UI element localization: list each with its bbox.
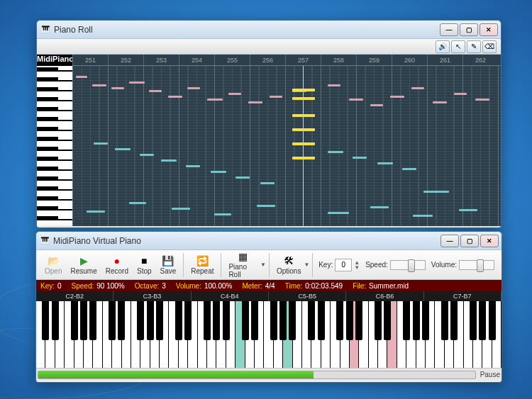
midi-note[interactable]: [168, 96, 182, 98]
black-key[interactable]: [80, 301, 87, 340]
midi-note[interactable]: [328, 212, 349, 214]
midi-note[interactable]: [186, 165, 200, 167]
black-key[interactable]: [213, 301, 220, 340]
midi-note[interactable]: [328, 151, 343, 153]
midi-note[interactable]: [129, 202, 146, 204]
black-key[interactable]: [479, 301, 486, 340]
eraser-tool-icon[interactable]: ⌫: [482, 40, 497, 53]
black-key[interactable]: [204, 301, 211, 340]
midi-note[interactable]: [76, 76, 87, 78]
midi-note[interactable]: [235, 176, 250, 179]
midi-note[interactable]: [129, 82, 145, 84]
midi-note[interactable]: [270, 96, 282, 98]
piano-roll-dropdown-icon[interactable]: ▼: [260, 262, 266, 268]
minimize-button[interactable]: —: [440, 23, 458, 36]
black-key[interactable]: [251, 301, 258, 340]
record-button[interactable]: ● Record: [101, 254, 133, 276]
pointer-tool-icon[interactable]: ↖: [451, 40, 465, 53]
midi-note[interactable]: [413, 215, 433, 217]
speed-slider[interactable]: [390, 260, 426, 270]
speaker-tool-icon[interactable]: 🔊: [436, 40, 450, 53]
midi-note[interactable]: [149, 90, 162, 92]
black-key[interactable]: [318, 301, 325, 340]
midi-note[interactable]: [260, 182, 275, 184]
midi-note[interactable]: [292, 89, 315, 91]
midi-note[interactable]: [94, 142, 108, 145]
midi-note[interactable]: [390, 96, 404, 98]
close-button[interactable]: ✕: [480, 23, 498, 36]
midi-note[interactable]: [257, 205, 275, 207]
midi-note[interactable]: [292, 157, 315, 159]
midi-note[interactable]: [411, 87, 424, 89]
midi-note[interactable]: [92, 84, 106, 86]
black-key[interactable]: [489, 301, 496, 340]
stop-button[interactable]: ■ Stop: [133, 254, 156, 276]
close-button[interactable]: ✕: [480, 235, 499, 247]
black-key[interactable]: [441, 301, 448, 340]
black-key[interactable]: [470, 301, 477, 340]
midi-note[interactable]: [459, 209, 477, 211]
midi-note[interactable]: [433, 101, 447, 103]
piano-roll-button[interactable]: ▦ Piano Roll: [224, 249, 262, 280]
maximize-button[interactable]: ▢: [460, 23, 478, 36]
black-key[interactable]: [336, 301, 343, 340]
midi-note[interactable]: [207, 99, 223, 101]
black-key[interactable]: [242, 301, 249, 340]
black-key[interactable]: [118, 301, 125, 340]
volume-slider[interactable]: [459, 260, 494, 270]
piano-roll-ruler[interactable]: 251252253254255256257258259260261262: [72, 55, 501, 66]
key-stepper-icon[interactable]: ▲▼: [354, 260, 360, 270]
black-key[interactable]: [156, 301, 163, 340]
black-key[interactable]: [223, 301, 230, 340]
black-key[interactable]: [403, 301, 410, 340]
midi-note[interactable]: [292, 97, 315, 100]
midi-note[interactable]: [292, 128, 315, 131]
save-button[interactable]: 💾 Save: [156, 254, 181, 276]
midi-note[interactable]: [140, 154, 154, 156]
resume-button[interactable]: ▶ Resume: [66, 254, 101, 276]
midi-note[interactable]: [292, 114, 315, 117]
midi-note[interactable]: [370, 206, 389, 208]
black-key[interactable]: [109, 301, 116, 340]
black-key[interactable]: [289, 301, 296, 340]
black-key[interactable]: [147, 301, 154, 340]
black-key[interactable]: [375, 301, 382, 340]
black-key[interactable]: [308, 301, 315, 340]
black-key[interactable]: [71, 301, 78, 340]
midi-note[interactable]: [423, 191, 449, 193]
black-key[interactable]: [42, 301, 49, 340]
midi-note[interactable]: [228, 93, 241, 95]
options-button[interactable]: 🛠 Options: [272, 254, 305, 276]
progress-track[interactable]: [38, 371, 476, 379]
black-key[interactable]: [346, 301, 353, 340]
piano-roll-titlebar[interactable]: 🎹 Piano Roll — ▢ ✕: [37, 21, 501, 39]
pencil-tool-icon[interactable]: ✎: [467, 40, 481, 53]
virtual-piano-titlebar[interactable]: 🎹 MidiPiano Virtual Piano — ▢ ✕: [36, 232, 501, 250]
midi-note[interactable]: [211, 171, 226, 173]
options-dropdown-icon[interactable]: ▼: [304, 262, 309, 268]
black-key[interactable]: [279, 301, 287, 340]
black-key[interactable]: [450, 301, 458, 340]
midi-note[interactable]: [172, 208, 190, 210]
piano-roll-grid[interactable]: 251252253254255256257258259260261262: [72, 55, 501, 226]
midi-note[interactable]: [115, 148, 131, 150]
black-key[interactable]: [355, 301, 362, 340]
black-key[interactable]: [89, 301, 96, 340]
black-key[interactable]: [52, 301, 59, 340]
midi-note[interactable]: [353, 157, 367, 159]
repeat-button[interactable]: 🔁 Repeat: [187, 254, 218, 276]
black-key[interactable]: [270, 301, 277, 340]
midi-note[interactable]: [87, 210, 105, 213]
minimize-button[interactable]: —: [440, 235, 459, 247]
black-key[interactable]: [175, 301, 182, 340]
piano-roll-vertical-keyboard[interactable]: [37, 66, 72, 226]
midi-note[interactable]: [454, 93, 467, 95]
midi-note[interactable]: [248, 101, 262, 103]
piano-keyboard[interactable]: [36, 301, 501, 368]
maximize-button[interactable]: ▢: [460, 235, 479, 247]
piano-roll-canvas[interactable]: [72, 66, 501, 226]
black-key[interactable]: [384, 301, 391, 340]
black-key[interactable]: [184, 301, 192, 340]
midi-note[interactable]: [161, 159, 177, 162]
midi-note[interactable]: [349, 99, 363, 101]
